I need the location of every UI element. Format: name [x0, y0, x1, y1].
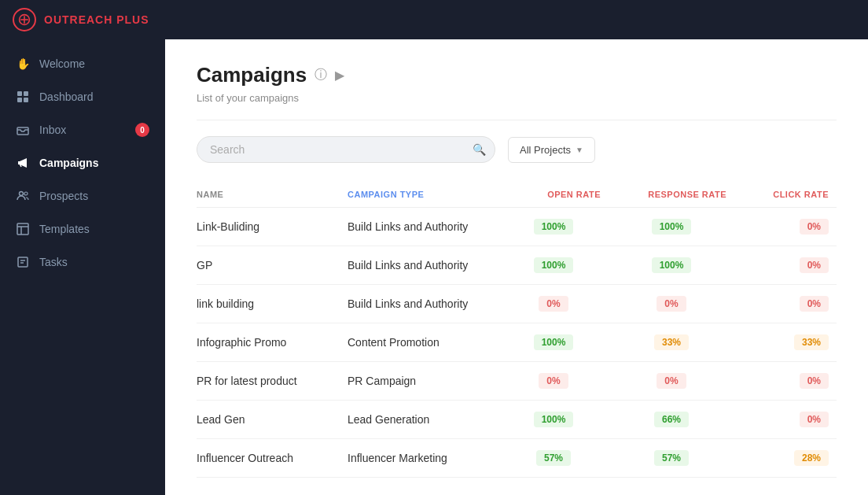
col-type-header: CAMPAIGN TYPE: [348, 190, 498, 199]
cell-click-rate: 28%: [734, 450, 837, 466]
sidebar-label-campaigns: Campaigns: [39, 157, 98, 169]
cell-name: Infographic Promo: [197, 336, 348, 349]
search-icon: 🔍: [473, 143, 486, 156]
cell-click-rate: 0%: [734, 296, 837, 312]
cell-click-rate: 0%: [734, 257, 837, 273]
svg-rect-6: [24, 98, 28, 102]
table-header: NAME CAMPAIGN TYPE OPEN RATE RESPONSE RA…: [197, 182, 837, 208]
sidebar-label-inbox: Inbox: [39, 124, 66, 136]
cell-click-rate: 0%: [734, 373, 837, 389]
toolbar: 🔍 All Projects ▼: [197, 136, 837, 163]
sidebar-label-dashboard: Dashboard: [39, 91, 94, 103]
response-rate-badge: 66%: [654, 412, 689, 427]
info-icon[interactable]: ⓘ: [314, 67, 327, 83]
sidebar-item-welcome[interactable]: ✋ Welcome: [0, 47, 165, 80]
sidebar-label-templates: Templates: [39, 223, 90, 235]
people-icon: [16, 189, 30, 203]
play-icon[interactable]: ▶: [335, 68, 344, 83]
svg-rect-5: [17, 98, 22, 102]
table-row[interactable]: link building Build Links and Authority …: [197, 285, 837, 323]
page-title: Campaigns: [197, 63, 307, 87]
sidebar-item-prospects[interactable]: Prospects: [0, 179, 165, 212]
col-clickrate-header: CLICK RATE: [734, 190, 837, 199]
cell-open-rate: 100%: [498, 257, 609, 273]
open-rate-badge: 100%: [534, 334, 574, 350]
search-wrapper: 🔍: [197, 136, 495, 163]
search-input[interactable]: [197, 136, 495, 163]
logo-outreach: OUTREACH: [44, 13, 116, 26]
sidebar-label-welcome: Welcome: [39, 57, 85, 70]
cell-open-rate: 100%: [498, 219, 609, 235]
cell-type: Build Links and Authority: [348, 220, 498, 233]
page-subtitle: List of your campaigns: [197, 92, 837, 104]
cell-type: Build Links and Authority: [348, 259, 498, 272]
megaphone-icon: [16, 156, 30, 170]
topbar: OUTREACH PLUS: [0, 0, 868, 39]
open-rate-badge: 100%: [534, 257, 574, 273]
cell-open-rate: 100%: [498, 334, 609, 350]
table-body: Link-Buliding Build Links and Authority …: [197, 208, 837, 478]
table-row[interactable]: Link-Buliding Build Links and Authority …: [197, 208, 837, 246]
click-rate-badge: 0%: [800, 257, 829, 273]
table-row[interactable]: Lead Gen Lead Generation 100% 66% 0%: [197, 401, 837, 439]
cell-type: Influencer Marketing: [348, 452, 498, 464]
hand-icon: ✋: [16, 57, 30, 71]
logo-text: OUTREACH PLUS: [44, 13, 149, 26]
inbox-icon: [16, 123, 30, 137]
cell-type: Lead Generation: [348, 413, 498, 426]
click-rate-badge: 0%: [800, 373, 829, 389]
svg-point-9: [24, 192, 28, 195]
svg-rect-10: [17, 223, 28, 235]
click-rate-badge: 0%: [800, 296, 829, 312]
cell-name: GP: [197, 259, 348, 272]
cell-type: Content Promotion: [348, 336, 498, 349]
sidebar-label-tasks: Tasks: [39, 256, 68, 268]
sidebar-item-inbox[interactable]: Inbox 0: [0, 113, 165, 146]
response-rate-badge: 100%: [652, 257, 692, 273]
sidebar-item-dashboard[interactable]: Dashboard: [0, 80, 165, 113]
table-row[interactable]: PR for latest product PR Campaign 0% 0% …: [197, 362, 837, 401]
svg-point-8: [20, 192, 24, 196]
open-rate-badge: 100%: [534, 219, 574, 235]
response-rate-badge: 0%: [657, 373, 686, 389]
template-icon: [16, 222, 30, 236]
col-name-header: NAME: [197, 190, 348, 199]
col-responserate-header: RESPONSE RATE: [609, 190, 734, 199]
cell-type: PR Campaign: [348, 375, 498, 387]
chevron-down-icon: ▼: [576, 146, 583, 154]
open-rate-badge: 0%: [539, 373, 568, 389]
grid-icon: [16, 90, 30, 104]
response-rate-badge: 100%: [652, 219, 692, 235]
logo-icon: [13, 8, 36, 31]
cell-response-rate: 0%: [609, 296, 734, 312]
table-row[interactable]: Influencer Outreach Influencer Marketing…: [197, 439, 837, 478]
cell-open-rate: 57%: [498, 450, 609, 466]
projects-dropdown[interactable]: All Projects ▼: [508, 137, 595, 163]
table-row[interactable]: Infographic Promo Content Promotion 100%…: [197, 323, 837, 362]
cell-name: PR for latest product: [197, 375, 348, 387]
cell-click-rate: 33%: [734, 334, 837, 350]
table-row[interactable]: GP Build Links and Authority 100% 100% 0…: [197, 246, 837, 285]
response-rate-badge: 0%: [657, 296, 686, 312]
cell-click-rate: 0%: [734, 412, 837, 427]
cell-response-rate: 66%: [609, 412, 734, 427]
sidebar-item-tasks[interactable]: Tasks: [0, 246, 165, 279]
col-openrate-header: OPEN RATE: [498, 190, 609, 199]
projects-label: All Projects: [520, 144, 571, 156]
main-content: Campaigns ⓘ ▶ List of your campaigns 🔍 A…: [165, 39, 868, 495]
cell-response-rate: 0%: [609, 373, 734, 389]
page-title-row: Campaigns ⓘ ▶: [197, 63, 837, 87]
svg-rect-4: [24, 91, 28, 96]
click-rate-badge: 0%: [800, 219, 829, 235]
cell-response-rate: 100%: [609, 257, 734, 273]
layout: ✋ Welcome Dashboard Inbox: [0, 39, 868, 495]
response-rate-badge: 33%: [654, 334, 689, 350]
cell-open-rate: 0%: [498, 373, 609, 389]
cell-open-rate: 0%: [498, 296, 609, 312]
cell-type: Build Links and Authority: [348, 297, 498, 310]
sidebar-item-templates[interactable]: Templates: [0, 212, 165, 246]
sidebar-label-prospects: Prospects: [39, 190, 88, 202]
click-rate-badge: 28%: [794, 450, 829, 466]
sidebar: ✋ Welcome Dashboard Inbox: [0, 39, 165, 495]
sidebar-item-campaigns[interactable]: Campaigns: [0, 146, 165, 179]
